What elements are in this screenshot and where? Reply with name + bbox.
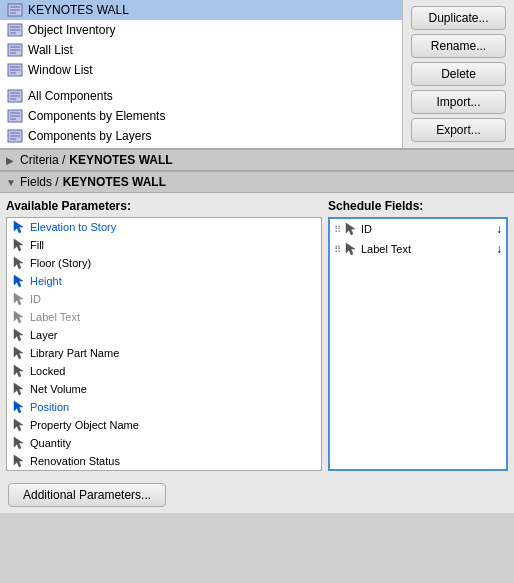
svg-marker-29 [14, 239, 23, 251]
svg-marker-30 [14, 257, 23, 269]
param-label: Floor (Story) [30, 257, 91, 269]
svg-marker-42 [346, 223, 355, 235]
list-item-components-by-layers[interactable]: Components by Layers [0, 126, 402, 146]
svg-marker-36 [14, 365, 23, 377]
cursor-icon [11, 328, 27, 342]
cursor-icon [11, 220, 27, 234]
list-item-label: Components by Elements [28, 109, 165, 123]
list-item-label: All Components [28, 89, 113, 103]
fields-prefix: Fields / [20, 175, 59, 189]
delete-button[interactable]: Delete [411, 62, 506, 86]
cursor-icon [11, 274, 27, 288]
keynote-icon [6, 128, 24, 144]
list-item-object-inventory[interactable]: Object Inventory [0, 20, 402, 40]
list-item-components-by-elements[interactable]: Components by Elements [0, 106, 402, 126]
list-item-wall-list[interactable]: Wall List [0, 40, 402, 60]
list-item-keynotes-wall[interactable]: KEYNOTES WALL [0, 0, 402, 20]
export-button[interactable]: Export... [411, 118, 506, 142]
fields-name: KEYNOTES WALL [63, 175, 166, 189]
list-item-label: Components by Layers [28, 129, 151, 143]
list-item-label: Object Inventory [28, 23, 115, 37]
available-params-panel: Available Parameters: Elevation to Story… [6, 199, 322, 471]
param-label: Library Part Name [30, 347, 119, 359]
available-params-list[interactable]: Elevation to Story Fill Floor (Story) He… [6, 217, 322, 471]
keynote-icon [6, 108, 24, 124]
param-label: Net Volume [30, 383, 87, 395]
param-item-library-part-name[interactable]: Library Part Name [7, 344, 321, 362]
schedule-list-panel: KEYNOTES WALL Object Inventory Wall List… [0, 0, 403, 148]
cursor-icon [11, 382, 27, 396]
param-label: Position [30, 401, 69, 413]
svg-marker-37 [14, 383, 23, 395]
additional-params-button[interactable]: Additional Parameters... [8, 483, 166, 507]
criteria-name: KEYNOTES WALL [69, 153, 172, 167]
cursor-icon [11, 400, 27, 414]
param-label: Layer [30, 329, 58, 341]
available-params-label: Available Parameters: [6, 199, 322, 213]
cursor-icon [11, 256, 27, 270]
schedule-item-label: ID [361, 223, 492, 235]
import-button[interactable]: Import... [411, 90, 506, 114]
param-label: Property Object Name [30, 419, 139, 431]
fields-bar[interactable]: ▼ Fields / KEYNOTES WALL [0, 171, 514, 193]
param-item-position[interactable]: Position [7, 398, 321, 416]
drag-handle-icon: ⠿ [334, 224, 341, 235]
param-item-quantity[interactable]: Quantity [7, 434, 321, 452]
list-item-label: Wall List [28, 43, 73, 57]
drag-handle-icon: ⠿ [334, 244, 341, 255]
param-item-height[interactable]: Height [7, 272, 321, 290]
param-item-locked[interactable]: Locked [7, 362, 321, 380]
cursor-icon [344, 242, 358, 256]
param-label: Locked [30, 365, 65, 377]
keynote-icon [6, 42, 24, 58]
param-label: Elevation to Story [30, 221, 116, 233]
svg-marker-31 [14, 275, 23, 287]
action-buttons-panel: Duplicate... Rename... Delete Import... … [403, 0, 514, 148]
schedule-fields-label: Schedule Fields: [328, 199, 508, 213]
fields-collapse-icon: ▼ [6, 177, 16, 187]
svg-marker-38 [14, 401, 23, 413]
param-item-fill[interactable]: Fill [7, 236, 321, 254]
param-item-floor-story[interactable]: Floor (Story) [7, 254, 321, 272]
schedule-item-label-text[interactable]: ⠿ Label Text↓ [330, 239, 506, 259]
param-item-property-object-name[interactable]: Property Object Name [7, 416, 321, 434]
criteria-collapse-icon: ▶ [6, 155, 16, 165]
svg-marker-34 [14, 329, 23, 341]
schedule-item-label: Label Text [361, 243, 492, 255]
list-item-window-list[interactable]: Window List [0, 60, 402, 80]
criteria-bar[interactable]: ▶ Criteria / KEYNOTES WALL [0, 149, 514, 171]
cursor-icon [11, 436, 27, 450]
cursor-icon [11, 364, 27, 378]
cursor-icon [344, 222, 358, 236]
param-label: Fill [30, 239, 44, 251]
param-item-layer[interactable]: Layer [7, 326, 321, 344]
additional-params-row: Additional Parameters... [0, 477, 514, 513]
schedule-item-id[interactable]: ⠿ ID↓ [330, 219, 506, 239]
svg-marker-41 [14, 455, 23, 467]
cursor-icon [11, 346, 27, 360]
duplicate-button[interactable]: Duplicate... [411, 6, 506, 30]
param-item-label-text[interactable]: Label Text [7, 308, 321, 326]
keynote-icon [6, 62, 24, 78]
cursor-icon [11, 418, 27, 432]
schedule-fields-panel: Schedule Fields: ⠿ ID↓⠿ Label Text↓ [328, 199, 508, 471]
svg-marker-43 [346, 243, 355, 255]
list-item-all-components[interactable]: All Components [0, 86, 402, 106]
param-item-net-volume[interactable]: Net Volume [7, 380, 321, 398]
cursor-icon [11, 454, 27, 468]
param-item-renovation-status[interactable]: Renovation Status [7, 452, 321, 470]
param-label: ID [30, 293, 41, 305]
svg-marker-32 [14, 293, 23, 305]
svg-marker-39 [14, 419, 23, 431]
sort-arrow-icon[interactable]: ↓ [496, 222, 502, 236]
svg-marker-28 [14, 221, 23, 233]
schedule-fields-list[interactable]: ⠿ ID↓⠿ Label Text↓ [328, 217, 508, 471]
sort-arrow-icon[interactable]: ↓ [496, 242, 502, 256]
rename-button[interactable]: Rename... [411, 34, 506, 58]
param-label: Label Text [30, 311, 80, 323]
keynote-icon [6, 22, 24, 38]
param-item-id[interactable]: ID [7, 290, 321, 308]
svg-marker-40 [14, 437, 23, 449]
param-item-elevation-to-story[interactable]: Elevation to Story [7, 218, 321, 236]
cursor-icon [11, 310, 27, 324]
